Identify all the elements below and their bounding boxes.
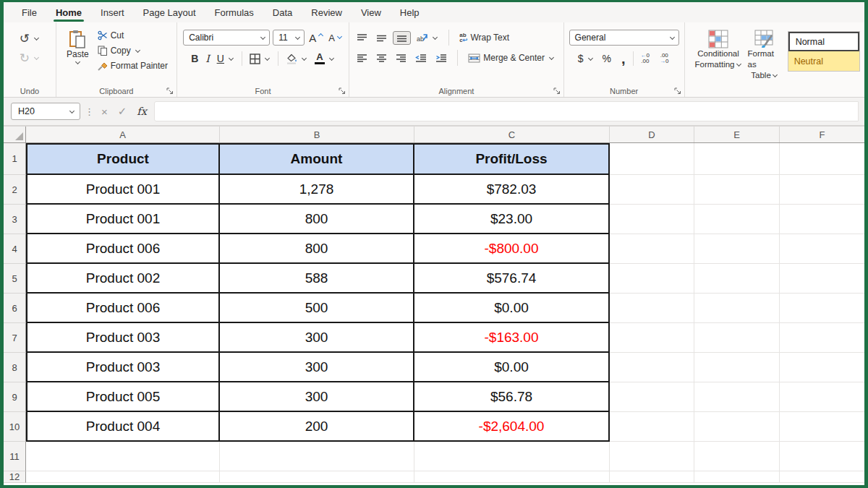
cell-F5[interactable]: [780, 264, 864, 294]
row-header-12[interactable]: 12: [4, 471, 26, 483]
style-normal[interactable]: Normal: [788, 32, 859, 51]
cell-A5[interactable]: Product 002: [26, 264, 220, 294]
cell-B5[interactable]: 588: [220, 264, 414, 294]
cell-B8[interactable]: 300: [220, 353, 414, 382]
cell-A8[interactable]: Product 003: [26, 353, 220, 382]
cell-D10[interactable]: [610, 412, 694, 442]
cell-E12[interactable]: [694, 471, 780, 483]
cell-A1[interactable]: Product: [26, 143, 220, 175]
middle-align-button[interactable]: [373, 32, 390, 44]
tab-file[interactable]: File: [12, 2, 46, 22]
cell-E8[interactable]: [694, 353, 780, 382]
formula-bar-drag-handle[interactable]: ⋮: [85, 106, 94, 117]
cell-D11[interactable]: [610, 442, 694, 471]
currency-format-button[interactable]: $: [576, 53, 595, 64]
cell-D2[interactable]: [610, 175, 694, 205]
cell-D6[interactable]: [610, 294, 694, 323]
column-header-A[interactable]: A: [26, 127, 220, 142]
cell-A9[interactable]: Product 005: [26, 382, 220, 412]
cell-D8[interactable]: [610, 353, 694, 382]
select-all-button[interactable]: [4, 127, 26, 142]
cut-button[interactable]: Cut: [95, 29, 171, 42]
cell-C12[interactable]: [414, 471, 610, 483]
fill-color-button[interactable]: [283, 52, 310, 66]
decrease-decimal-button[interactable]: .00→0: [657, 51, 671, 66]
style-neutral[interactable]: Neutral: [788, 51, 859, 71]
cell-C11[interactable]: [414, 442, 610, 471]
tab-help[interactable]: Help: [391, 2, 429, 22]
wrap-text-button[interactable]: abc↩ Wrap Text: [456, 31, 512, 44]
row-header-10[interactable]: 10: [4, 412, 26, 442]
tab-data[interactable]: Data: [263, 2, 302, 22]
font-size-combo[interactable]: 11: [273, 30, 305, 46]
cell-B11[interactable]: [220, 442, 414, 471]
cell-C10[interactable]: -$2,604.00: [414, 412, 610, 442]
cell-F11[interactable]: [780, 442, 864, 471]
cell-E2[interactable]: [694, 175, 780, 205]
row-header-6[interactable]: 6: [4, 294, 26, 323]
row-header-2[interactable]: 2: [4, 175, 26, 205]
cell-C2[interactable]: $782.03: [414, 175, 610, 205]
cell-A4[interactable]: Product 006: [26, 234, 220, 264]
insert-function-button[interactable]: fx: [134, 106, 150, 117]
cell-D7[interactable]: [610, 323, 694, 353]
bold-button[interactable]: B: [188, 51, 201, 66]
cell-E5[interactable]: [694, 264, 780, 294]
cell-A10[interactable]: Product 004: [26, 412, 220, 442]
cell-B3[interactable]: 800: [220, 205, 414, 234]
tab-review[interactable]: Review: [302, 2, 352, 22]
cell-D4[interactable]: [610, 234, 694, 264]
undo-button[interactable]: ↺: [17, 31, 43, 46]
format-as-table-button[interactable]: Format as Table: [748, 30, 782, 81]
cell-F8[interactable]: [780, 353, 864, 382]
alignment-dialog-launcher[interactable]: [553, 87, 561, 95]
cell-F9[interactable]: [780, 382, 864, 412]
paste-button[interactable]: Paste: [61, 28, 95, 67]
cell-B9[interactable]: 300: [220, 382, 414, 412]
percent-format-button[interactable]: %: [600, 51, 614, 66]
bottom-align-button[interactable]: [393, 31, 411, 45]
cancel-button[interactable]: ×: [98, 106, 111, 118]
row-header-8[interactable]: 8: [4, 353, 26, 382]
cell-A3[interactable]: Product 001: [26, 205, 220, 234]
cell-F7[interactable]: [780, 323, 864, 353]
cell-D12[interactable]: [610, 471, 694, 483]
cell-E3[interactable]: [694, 205, 780, 234]
row-header-9[interactable]: 9: [4, 382, 26, 412]
cell-B6[interactable]: 500: [220, 294, 414, 323]
cell-B2[interactable]: 1,278: [220, 175, 414, 205]
column-header-D[interactable]: D: [610, 127, 694, 142]
formula-input[interactable]: [154, 101, 859, 121]
merge-center-button[interactable]: Merge & Center: [465, 51, 558, 64]
cell-C1[interactable]: Profit/Loss: [414, 143, 610, 175]
font-name-combo[interactable]: Calibri: [183, 30, 270, 46]
tab-page-layout[interactable]: Page Layout: [134, 2, 205, 22]
cell-C9[interactable]: $56.78: [414, 382, 610, 412]
row-header-4[interactable]: 4: [4, 234, 26, 264]
cell-E9[interactable]: [694, 382, 780, 412]
cell-C4[interactable]: -$800.00: [414, 234, 610, 264]
cell-A2[interactable]: Product 001: [26, 175, 220, 205]
conditional-formatting-button[interactable]: Conditional Formatting: [695, 30, 742, 70]
copy-button[interactable]: Copy: [95, 44, 171, 57]
font-dialog-launcher[interactable]: [339, 87, 346, 95]
tab-home[interactable]: Home: [46, 2, 91, 22]
cell-F1[interactable]: [780, 143, 864, 175]
cell-E1[interactable]: [694, 143, 780, 175]
format-painter-button[interactable]: Format Painter: [95, 59, 171, 72]
cell-F10[interactable]: [780, 412, 864, 442]
clipboard-dialog-launcher[interactable]: [166, 87, 174, 95]
cell-F12[interactable]: [780, 471, 864, 483]
increase-font-size-button[interactable]: A: [307, 32, 324, 44]
decrease-font-size-button[interactable]: A: [327, 33, 343, 43]
tab-formulas[interactable]: Formulas: [205, 2, 263, 22]
borders-button[interactable]: [247, 52, 273, 66]
cell-A12[interactable]: [26, 471, 220, 483]
font-color-button[interactable]: A: [312, 51, 338, 66]
column-header-F[interactable]: F: [780, 127, 864, 142]
number-format-combo[interactable]: General: [569, 30, 679, 46]
cell-B7[interactable]: 300: [220, 323, 414, 353]
cell-D5[interactable]: [610, 264, 694, 294]
cell-C5[interactable]: $576.74: [414, 264, 610, 294]
cell-B4[interactable]: 800: [220, 234, 414, 264]
